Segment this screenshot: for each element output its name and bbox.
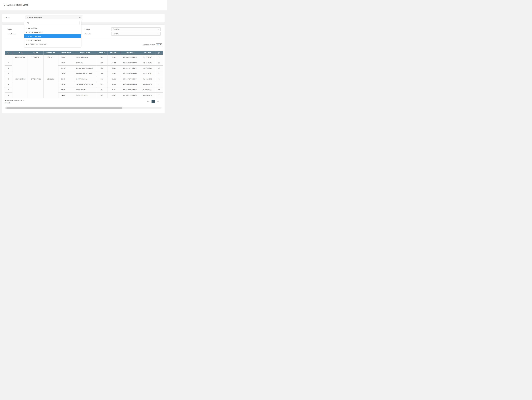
cell-no-do: GFT/2006/0002 (28, 60, 44, 98)
cell-no-do: GFT/2006/0001 (28, 55, 44, 60)
cell-hna-mou: Rp. 25.000,00 (140, 71, 155, 76)
tanggal-label: Tanggal (7, 28, 12, 30)
app-header: Laporan Gudang Farmasi (0, 0, 167, 11)
column-header: NAMA BARANG (74, 51, 96, 55)
cell-nama-barang: VOSEDON Tablet (74, 93, 96, 98)
scrollbar-thumb[interactable] (6, 107, 122, 109)
cell-hna-mou: Rp. 24.900,00 (140, 76, 155, 82)
chevron-down-icon (160, 44, 162, 45)
cell-tanggal-do: 13-06-2020 (44, 60, 58, 98)
page-info: Menampilkan Halaman 1 dari 1 (8 dari 8) (5, 99, 24, 104)
laporan-option[interactable]: 3. REKAP PEMBELIAN (24, 38, 81, 42)
horizontal-scrollbar[interactable] (5, 107, 162, 109)
scroll-right-arrow-icon[interactable] (161, 107, 162, 109)
per-page-label: Jumlah per halaman: (142, 44, 155, 45)
laporan-select[interactable]: 2. DETAIL PEMBELIAN (25, 16, 82, 19)
cell-qty: 2 (155, 82, 163, 87)
distributor-select[interactable]: - SEMUA - (111, 32, 161, 36)
cell-nama-barang: EPISAN SUSPENSI 100ML (74, 65, 96, 71)
cell-satuan: Dus (96, 71, 108, 76)
cell-qty: 2 (155, 76, 163, 82)
principal-select[interactable]: - SEMUA - (111, 27, 161, 31)
column-header: DISTRIBUTOR (120, 51, 140, 55)
cell-principal: Sanbe (108, 76, 120, 82)
prev-page-arrow-icon[interactable] (147, 101, 150, 102)
clipboard-icon (3, 4, 5, 6)
cell-nama-barang: SANMOL FORTE SYRUP (74, 71, 96, 76)
cell-distributor: PT. BINA SAN PRIMA (120, 93, 140, 98)
laporan-selected-value: 2. DETAIL PEMBELIAN (27, 17, 42, 18)
cell-distributor: PT. BINA SAN PRIMA (120, 55, 140, 60)
cell-satuan: Box (96, 55, 108, 60)
pagination: 1 (147, 100, 159, 103)
cell-principal: Sanbe (108, 82, 120, 87)
per-page-select[interactable]: 10 (156, 44, 162, 46)
page-info-line1: Menampilkan Halaman 1 dari 1 (5, 99, 24, 102)
column-header: NO. DO (28, 51, 44, 55)
cell-no-po: GFO/1910/0008 (13, 55, 28, 60)
laporan-search-box[interactable] (26, 21, 79, 25)
cell-hna-mou: Rp. 205.800,00 (140, 87, 155, 93)
cell-kode-barang: 0423F (58, 87, 74, 93)
distributor-value: - SEMUA - (113, 33, 119, 35)
table-row: 2GFO/1910/0018GFT/2006/000213-06-2020025… (5, 60, 163, 65)
cell-qty: 6 (155, 71, 163, 76)
column-header: TANGGAL DO (44, 51, 58, 55)
laporan-options: - PILIH LAPORAN -1. PO LEBIH DARI 2 HARI… (24, 26, 81, 46)
cell-distributor: PT. BINA SAN PRIMA (120, 82, 140, 87)
cell-kode-barang: 0256F (58, 60, 74, 65)
cell-satuan: Box (96, 65, 108, 71)
cell-satuan: Box (96, 76, 108, 82)
cell-tanggal-do: 13-06-2020 (44, 55, 58, 60)
chevron-down-icon (158, 33, 159, 34)
nama-barang-label: Nama Barang (7, 33, 15, 35)
cell-kode-barang: 0385F (58, 71, 74, 76)
search-icon (27, 22, 29, 24)
cell-hna-mou: Rp. 226.500,00 (140, 93, 155, 98)
cell-hna-mou: Rp. 12.000,00 (140, 55, 155, 60)
cell-kode-barang: 0354F (58, 55, 74, 60)
cell-qty: 12 (155, 60, 163, 65)
cell-no: 8 (5, 93, 13, 98)
cell-no: 2 (5, 60, 13, 65)
cell-satuan: Box (96, 82, 108, 87)
cell-principal: Sanbe (108, 71, 120, 76)
next-page-arrow-icon[interactable] (157, 101, 159, 102)
laporan-search-input[interactable] (30, 21, 79, 25)
cell-nama-barang: ELKANA CL (74, 60, 96, 65)
column-header: NO. (5, 51, 13, 55)
cell-kode-barang: 0412F (58, 82, 74, 87)
page: Laporan Gudang Farmasi Laporan 2. DETAIL… (0, 0, 167, 114)
cell-kode-barang: 0395F (58, 76, 74, 82)
cell-no: 4 (5, 71, 13, 76)
cell-kode-barang: 0454F (58, 93, 74, 98)
cell-principal: Sanbe (108, 55, 120, 60)
cell-distributor: PT. BINA SAN PRIMA (120, 76, 140, 82)
cell-no: 3 (5, 65, 13, 71)
cell-satuan: Box (96, 93, 108, 98)
current-page-button[interactable]: 1 (152, 100, 155, 103)
table-header-row: NO.NO. PONO. DOTANGGAL DOKODE BARANGNAMA… (5, 51, 163, 55)
cell-qty: 12 (155, 87, 163, 93)
cell-no: 5 (5, 76, 13, 82)
column-header: NO. PO (13, 51, 28, 55)
column-header: SATUAN (96, 51, 108, 55)
laporan-option[interactable]: 1. PO LEBIH DARI 2 HARI (24, 30, 81, 34)
table-row: 1GFO/1910/0008GFT/2006/000113-06-2020035… (5, 55, 163, 60)
cell-no: 6 (5, 82, 13, 87)
cell-distributor: PT. BINA SAN PRIMA (120, 60, 140, 65)
page-title: Laporan Gudang Farmasi (6, 4, 28, 6)
column-header: PRINCIPAL (108, 51, 120, 55)
laporan-option[interactable]: 4. INFORMASI MUTASI BARANG (24, 42, 81, 46)
cell-hna-mou: Rp. 46.500,00 (140, 60, 155, 65)
cell-distributor: PT. BINA SAN PRIMA (120, 87, 140, 93)
laporan-option-selected[interactable]: 2. DETAIL PEMBELIAN (24, 34, 81, 38)
table-body: 1GFO/1910/0008GFT/2006/000113-06-2020035… (5, 55, 163, 98)
principal-label: Principal (85, 28, 90, 30)
cell-qty: 2 (155, 93, 163, 98)
laporan-option[interactable]: - PILIH LAPORAN - (24, 26, 81, 30)
cell-nama-barang: SPORETIK 100 mg capsul (74, 82, 96, 87)
cell-qty: 6 (155, 55, 163, 60)
cell-principal: Sanbe (108, 65, 120, 71)
cell-principal: Sanbe (108, 60, 120, 65)
